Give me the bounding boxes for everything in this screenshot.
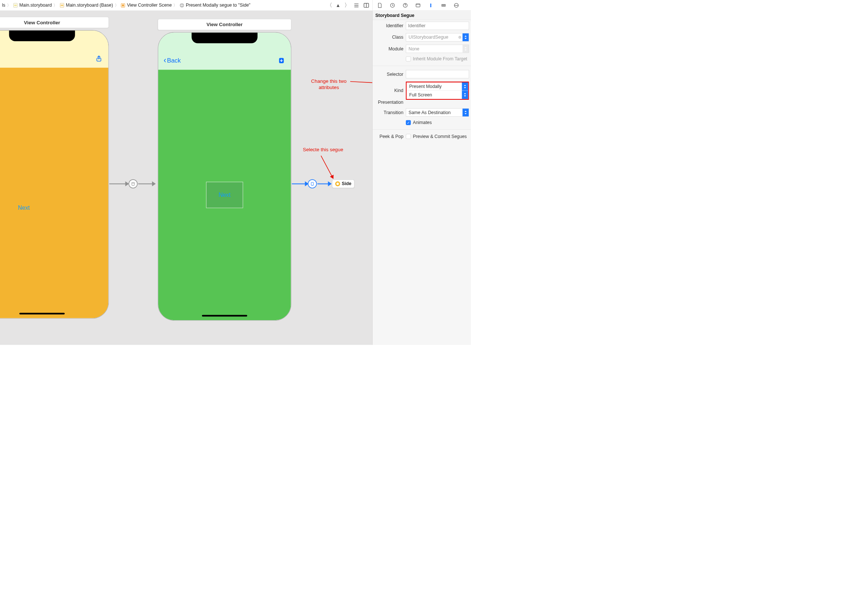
assistant-layout-button[interactable] [363,2,369,9]
back-label: Back [167,57,181,64]
dropdown-button[interactable] [463,34,469,41]
scene-title-bar[interactable]: View Controller [0,17,109,28]
inherit-module-checkbox[interactable]: ✓ [406,56,410,61]
combobox-value: None [406,46,463,51]
segue-arrow-selected[interactable] [317,183,330,184]
svg-rect-3 [61,4,63,6]
selector-input[interactable] [406,70,469,78]
combobox-value: UIStoryboardSegue [406,35,457,40]
storyboard-file-icon [13,3,18,8]
inspector-body: Identifier Class UIStoryboardSegue Modul… [372,20,471,141]
svg-rect-7 [181,4,182,6]
phone-frame[interactable]: Next [0,30,109,319]
kind-combobox[interactable]: Present Modally [406,82,468,91]
svg-rect-22 [132,182,134,185]
share-icon[interactable] [95,54,103,63]
svg-point-6 [180,3,183,7]
back-button[interactable]: ‹ Back [164,57,181,65]
storyboard-canvas[interactable]: View Controller Next View Controller [0,11,372,345]
attributes-inspector-tab[interactable] [428,2,434,9]
segue-kind-icon[interactable] [308,179,317,188]
next-button[interactable]: Next [18,205,30,211]
dropdown-button[interactable] [462,82,468,91]
topbar: ls 〉 Main.storyboard 〉 Main.storyboard (… [0,0,471,11]
peek-pop-row: ✓ Preview & Commit Segues [406,133,469,139]
identity-inspector-tab[interactable] [415,2,421,9]
connections-inspector-tab[interactable] [453,2,460,9]
history-inspector-tab[interactable] [389,2,396,9]
scene-title-bar[interactable]: View Controller [158,19,292,30]
svg-rect-5 [122,4,125,6]
breadcrumb-item[interactable]: Main.storyboard (Base) [66,3,113,8]
nav-forward-button[interactable]: 〉 [344,1,350,9]
segue-arrow-selected[interactable] [292,183,308,184]
destination-chip[interactable]: Side [332,180,355,188]
nav-back-button[interactable]: 〈 [327,1,332,9]
home-indicator-icon [19,313,65,314]
svg-point-25 [337,182,339,185]
peek-pop-checkbox[interactable]: ✓ [406,134,410,139]
home-indicator-icon [202,315,247,317]
dropdown-button[interactable] [463,109,469,116]
svg-rect-16 [416,4,420,7]
animates-checkbox[interactable]: ✓ [406,120,410,125]
destination-label: Side [342,181,351,186]
inherit-module-row: ✓ Inherit Module From Target [406,56,469,62]
inspector-tabstrip [372,0,471,11]
field-label: Module [375,46,403,51]
segue-arrow[interactable] [138,183,154,184]
warning-icon[interactable]: ▲ [336,2,340,8]
help-inspector-tab[interactable] [402,2,408,9]
size-inspector-tab[interactable] [440,2,447,9]
svg-rect-18 [431,4,431,6]
clear-icon[interactable] [457,35,463,39]
dropdown-button[interactable] [463,45,469,53]
inspector-section-header: Storyboard Segue [372,11,471,20]
container-view[interactable]: Next [206,182,243,208]
breadcrumb-item[interactable]: View Controller Scene [127,3,172,8]
phone-frame[interactable]: ‹ Back Next [158,32,292,321]
dropdown-button[interactable] [462,91,468,98]
download-icon[interactable] [277,56,286,65]
field-label: Presentation [375,100,403,105]
svg-rect-24 [311,182,314,185]
combobox-value: Same As Destination [406,110,463,115]
field-label: Transition [375,110,403,115]
breadcrumb-item[interactable]: Main.storyboard [19,3,52,8]
chevron-right-icon: 〉 [115,3,119,8]
field-label: Kind [375,88,403,94]
checkbox-label: Preview & Commit Segues [413,133,467,139]
field-label: Identifier [375,23,403,29]
breadcrumb-item[interactable]: ls [2,3,6,8]
next-button[interactable]: Next [218,192,230,198]
segue-kind-icon[interactable] [128,179,138,188]
animates-row: ✓ Animates [406,120,469,126]
segue-icon [179,3,185,8]
attributes-inspector: Storyboard Segue Identifier Class UIStor… [372,11,471,345]
chevron-left-icon: ‹ [164,56,166,64]
identifier-input[interactable] [406,22,469,30]
notch-icon [9,31,75,41]
field-label: Class [375,35,403,40]
file-inspector-tab[interactable] [377,2,383,9]
outline-toggle-button[interactable] [353,2,359,9]
transition-combobox[interactable]: Same As Destination [406,109,469,117]
view-body[interactable]: Next [158,70,291,320]
checkbox-label: Inherit Module From Target [413,56,467,62]
segue-arrow[interactable] [109,183,127,184]
field-label: Peek & Pop [375,133,403,139]
annotation-arrow [321,155,333,179]
module-combobox[interactable]: None [406,45,469,53]
chevron-right-icon: 〉 [53,3,57,8]
storyboard-file-icon [59,3,65,8]
combobox-value: Full Screen [406,92,462,98]
svg-point-15 [405,6,406,7]
breadcrumb-item[interactable]: Present Modally segue to "Side" [186,3,251,8]
class-combobox[interactable]: UIStoryboardSegue [406,33,469,41]
chevron-right-icon: 〉 [173,3,177,8]
breadcrumb: ls 〉 Main.storyboard 〉 Main.storyboard (… [0,0,324,11]
field-label: Selector [375,71,403,77]
main-split: View Controller Next View Controller [0,11,471,345]
presentation-combobox[interactable]: Full Screen [406,91,468,98]
view-body[interactable]: Next [0,68,108,318]
